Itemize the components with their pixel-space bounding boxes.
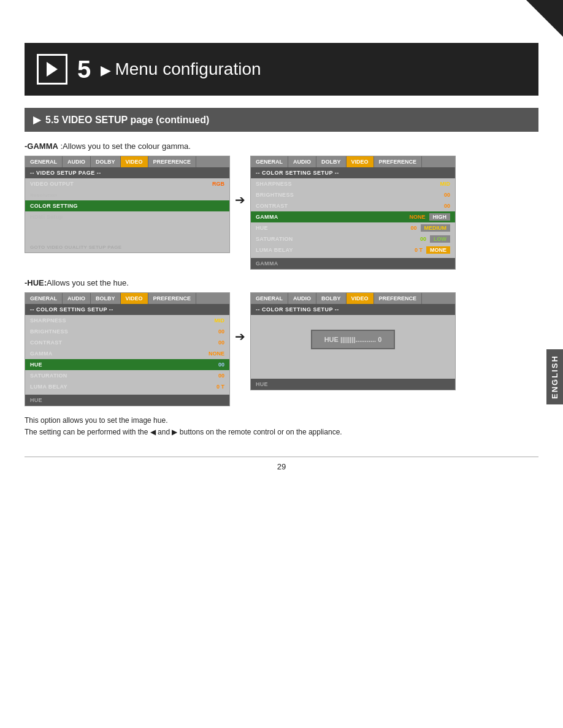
tab-general-r[interactable]: GENERAL bbox=[251, 156, 288, 167]
hue-bold: -HUE: bbox=[25, 278, 47, 287]
hdmi-setup-row: HDMi Setup bbox=[25, 211, 229, 222]
brightness-row-h: BRIGHTNESS 00 bbox=[25, 326, 229, 337]
hue-left-tabbar: GENERAL AUDIO BOLBY VIDEO PREFERENCE bbox=[25, 293, 229, 304]
header-title: Menu configuration bbox=[101, 59, 261, 79]
hue-label: -HUE:Allows you set the hue. bbox=[25, 278, 538, 287]
content-area: -GAMMA :Allows you to set the colour gam… bbox=[25, 142, 538, 438]
gamma-right-footer: GAMMA bbox=[251, 258, 455, 269]
resolution-row: Resolution bbox=[25, 189, 229, 200]
tab-preference[interactable]: PREFERENCE bbox=[148, 156, 197, 167]
corner-flag bbox=[526, 0, 563, 37]
sharpness-row-h: SHARPNESS MID bbox=[25, 315, 229, 326]
tab-dolby[interactable]: DOLBY bbox=[91, 156, 121, 167]
tab-video-hl[interactable]: VIDEO bbox=[121, 293, 148, 304]
gamma-row-h: GAMMA NONE bbox=[25, 348, 229, 359]
gamma-arrow: ➔ bbox=[230, 192, 250, 207]
saturation-row: SATURATION 00 LOW bbox=[251, 233, 455, 245]
hue-slider-box: HUE ||||||||........... 0 bbox=[311, 330, 396, 349]
gamma-bold: -GAMMA bbox=[25, 142, 58, 151]
contrast-row: CONTRAST 00 bbox=[251, 200, 455, 211]
tab-preference-r[interactable]: PREFERENCE bbox=[374, 156, 423, 167]
hue-left-footer: HUE bbox=[25, 395, 229, 406]
tab-audio-r[interactable]: AUDIO bbox=[288, 156, 316, 167]
gamma-right-screen: GENERAL AUDIO DOLBY VIDEO PREFERENCE -- … bbox=[250, 156, 456, 270]
english-sidebar: ENGLISH bbox=[546, 349, 563, 404]
bottom-line-2: The setting can be performed with the ◀ … bbox=[25, 427, 538, 438]
gamma-row: GAMMA NONE HIGH bbox=[251, 211, 455, 222]
header-number: 5 bbox=[77, 57, 91, 82]
gamma-left-screen: GENERAL AUDIO DOLBY VIDEO PREFERENCE -- … bbox=[25, 156, 230, 253]
gamma-right-title: -- COLOR SETTING SETUP -- bbox=[251, 167, 455, 178]
contrast-row-h: CONTRAST 00 bbox=[25, 337, 229, 348]
hue-arrow: ➔ bbox=[230, 329, 250, 344]
luma-belay-row-h: LUMA BELAY 0 T bbox=[25, 381, 229, 392]
tab-video-hr[interactable]: VIDEO bbox=[347, 293, 374, 304]
section-title: 5.5 VIDEO SETUP page (continued) bbox=[45, 115, 209, 126]
header-icon bbox=[37, 54, 67, 85]
tab-general[interactable]: GENERAL bbox=[25, 156, 63, 167]
goto-row: GOTO VIDEO OUALITY SETUP PAGE bbox=[25, 242, 229, 252]
tab-video-r[interactable]: VIDEO bbox=[347, 156, 374, 167]
tab-audio-hr[interactable]: AUDIO bbox=[288, 293, 316, 304]
hue-right-tabbar: GENERAL AUDIO BOLBY VIDEO PREFERENCE bbox=[251, 293, 455, 304]
tab-bolby-hl[interactable]: BOLBY bbox=[91, 293, 121, 304]
luma-belay-row: LUMA BELAY 0 T MONE bbox=[251, 245, 455, 256]
tab-audio[interactable]: AUDIO bbox=[63, 156, 91, 167]
hue-right-title: -- COLOR SETTING SETUP -- bbox=[251, 304, 455, 315]
tab-preference-hl[interactable]: PREFERENCE bbox=[148, 293, 197, 304]
gamma-label: -GAMMA :Allows you to set the colour gam… bbox=[25, 142, 538, 151]
tab-video[interactable]: VIDEO bbox=[121, 156, 148, 167]
color-setting-row: COLOR SETTING bbox=[25, 200, 229, 211]
header-banner: 5 Menu configuration bbox=[25, 43, 538, 96]
gamma-right-tabbar: GENERAL AUDIO DOLBY VIDEO PREFERENCE bbox=[251, 156, 455, 167]
brightness-row: BRIGHTNESS 00 bbox=[251, 189, 455, 200]
video-output-row: VIDEO OUTPUT RGB bbox=[25, 178, 229, 189]
tab-dolby-r[interactable]: DOLBY bbox=[316, 156, 347, 167]
hue-display-area: HUE ||||||||........... 0 bbox=[251, 315, 455, 364]
hue-row: HUE 00 MEDIUM bbox=[251, 222, 455, 233]
gamma-text: :Allows you to set the colour gamma. bbox=[58, 142, 191, 151]
hue-right-screen: GENERAL AUDIO BOLBY VIDEO PREFERENCE -- … bbox=[250, 292, 456, 390]
hue-slider-text: HUE ||||||||........... 0 bbox=[324, 336, 382, 343]
section-header: 5.5 VIDEO SETUP page (continued) bbox=[25, 108, 538, 132]
saturation-row-h: SATURATION 00 bbox=[25, 370, 229, 381]
tab-preference-hr[interactable]: PREFERENCE bbox=[374, 293, 423, 304]
hue-row-h: HUE 00 bbox=[25, 359, 229, 370]
hue-left-title: -- COLOR SETTING SETUP -- bbox=[25, 304, 229, 315]
sharpness-row: SHARPNESS MID bbox=[251, 178, 455, 189]
hue-right-footer: HUE bbox=[251, 379, 455, 390]
gamma-left-title: -- VIDEO SETUP PAGE -- bbox=[25, 167, 229, 178]
tab-audio-hl[interactable]: AUDIO bbox=[63, 293, 91, 304]
bottom-line-1: This option allows you to set the image … bbox=[25, 415, 538, 427]
hue-text: Allows you set the hue. bbox=[47, 278, 129, 287]
tab-general-hl[interactable]: GENERAL bbox=[25, 293, 63, 304]
page-number: 29 bbox=[25, 457, 538, 471]
tab-general-hr[interactable]: GENERAL bbox=[251, 293, 288, 304]
bottom-text: This option allows you to set the image … bbox=[25, 415, 538, 438]
gamma-screens-row: GENERAL AUDIO DOLBY VIDEO PREFERENCE -- … bbox=[25, 156, 538, 270]
tab-bolby-hr[interactable]: BOLBY bbox=[316, 293, 347, 304]
hue-screens-row: GENERAL AUDIO BOLBY VIDEO PREFERENCE -- … bbox=[25, 292, 538, 406]
hue-left-screen: GENERAL AUDIO BOLBY VIDEO PREFERENCE -- … bbox=[25, 292, 230, 406]
gamma-left-tabbar: GENERAL AUDIO DOLBY VIDEO PREFERENCE bbox=[25, 156, 229, 167]
